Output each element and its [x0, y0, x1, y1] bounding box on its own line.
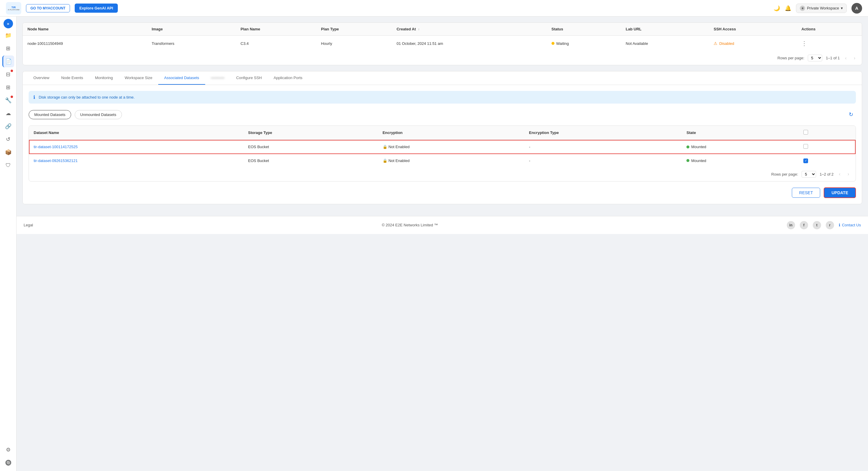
go-to-myaccount-button[interactable]: GO TO MYACCOUNT: [26, 4, 70, 12]
col-ssh-access: SSH Access: [709, 23, 797, 36]
dataset-table-pagination: Rows per page: 5 10 1–2 of 2 ‹ ›: [29, 167, 856, 181]
tab-workspace-size[interactable]: Workspace Size: [119, 71, 158, 85]
footer-legal[interactable]: Legal: [24, 223, 33, 227]
dataset-checkbox-1[interactable]: [803, 144, 808, 149]
dataset-row-2: tir-dataset-092615362121 EOS Bucket 🔒Not…: [29, 154, 856, 167]
col-storage-type: Storage Type: [243, 126, 378, 140]
lock-icon-1: 🔒: [383, 145, 388, 149]
unmounted-datasets-filter[interactable]: Unmounted Datasets: [75, 110, 122, 119]
dataset-table: Dataset Name Storage Type Encryption Enc…: [29, 126, 856, 167]
sidebar-item-cloud[interactable]: ☁: [2, 107, 14, 119]
logo-area: TIR AI PLATFORM: [6, 2, 21, 14]
state-dot-1: [686, 146, 689, 149]
workspace-label: Private Workspace: [807, 6, 839, 10]
tab-content-associated-datasets: ℹ Disk storage can only be attached to o…: [23, 85, 862, 204]
node-name-cell: node-100111504949: [23, 36, 147, 51]
sidebar-item-refresh[interactable]: ↺: [2, 133, 14, 145]
tab-monitoring[interactable]: Monitoring: [89, 71, 119, 85]
image-cell: Transformers: [147, 36, 236, 51]
tab-associated-datasets[interactable]: Associated Datasets: [158, 71, 205, 85]
state-cell-1: Mounted: [682, 140, 799, 154]
table-row: node-100111504949 Transformers C3.4 Hour…: [23, 36, 862, 51]
chevron-down-icon: ▾: [841, 6, 843, 10]
row-actions-button[interactable]: ⋮: [801, 40, 807, 47]
plan-type-cell: Hourly: [316, 36, 392, 51]
sidebar-bottom: ⚙ 🔘: [2, 444, 14, 469]
dataset-row-1: tir-dataset-100114172525 EOS Bucket 🔒Not…: [29, 140, 856, 154]
sidebar-item-registry[interactable]: 🔧: [2, 94, 14, 106]
sidebar-item-settings[interactable]: ⚙: [2, 444, 14, 456]
storage-type-cell-1: EOS Bucket: [243, 140, 378, 154]
dataset-prev-page-button[interactable]: ‹: [837, 171, 842, 177]
sidebar-item-network[interactable]: 🔗: [2, 120, 14, 132]
twitter-icon[interactable]: t: [813, 221, 821, 229]
footer-copyright: © 2024 E2E Networks Limited ™: [382, 223, 438, 227]
state-cell-2: Mounted: [682, 154, 799, 167]
top-navigation: TIR AI PLATFORM GO TO MYACCOUNT Explore …: [0, 0, 868, 17]
encryption-cell-2: 🔒Not Enabled: [378, 154, 524, 167]
col-lab-url: Lab URL: [621, 23, 709, 36]
sidebar-item-grid[interactable]: ⊟: [2, 68, 14, 80]
checkbox-cell-2[interactable]: ✓: [799, 154, 856, 167]
rows-per-page-select[interactable]: 5 10 25: [808, 55, 822, 61]
status-text: Waiting: [556, 41, 569, 46]
dataset-checkbox-2[interactable]: ✓: [803, 158, 808, 163]
dark-mode-toggle[interactable]: 🌙: [774, 5, 780, 11]
sidebar-badge-registry: [11, 96, 13, 98]
col-state: State: [682, 126, 799, 140]
sidebar-item-help[interactable]: 🔘: [2, 457, 14, 469]
user-avatar-button[interactable]: A: [851, 3, 862, 13]
prev-page-button[interactable]: ‹: [843, 55, 848, 61]
lock-icon-2: 🔒: [383, 158, 388, 163]
sidebar-toggle-button[interactable]: »: [4, 19, 13, 28]
sidebar-item-files[interactable]: 📁: [2, 30, 14, 41]
dataset-pagination-info: 1–2 of 2: [819, 172, 833, 177]
sidebar-item-dashboard[interactable]: ⊞: [2, 42, 14, 54]
dataset-link-1[interactable]: tir-dataset-100114172525: [34, 145, 78, 149]
mounted-datasets-filter[interactable]: Mounted Datasets: [29, 110, 71, 119]
facebook-icon[interactable]: f: [800, 221, 808, 229]
update-button[interactable]: UPDATE: [824, 187, 856, 198]
state-text-2: Mounted: [691, 158, 706, 163]
dataset-rows-per-page-select[interactable]: 5 10: [802, 171, 816, 178]
sidebar-item-security[interactable]: 🛡: [2, 159, 14, 171]
rss-icon[interactable]: r: [826, 221, 834, 229]
sidebar-badge: [11, 70, 13, 72]
dataset-link-2[interactable]: tir-dataset-092615362121: [34, 158, 78, 163]
reset-button[interactable]: RESET: [792, 188, 820, 198]
status-cell: Waiting: [547, 36, 621, 51]
col-image: Image: [147, 23, 236, 36]
sidebar-item-container[interactable]: 📦: [2, 146, 14, 158]
created-at-cell: 01 October, 2024 11:51 am: [392, 36, 547, 51]
col-created-at[interactable]: Created At ↑: [392, 23, 547, 36]
select-all-checkbox[interactable]: [803, 130, 808, 134]
refresh-button[interactable]: ↻: [846, 109, 856, 120]
state-dot-2: [686, 159, 689, 162]
node-table-pagination: Rows per page: 5 10 25 1–1 of 1 ‹ ›: [23, 51, 862, 65]
workspace-selector[interactable]: 🖥 Private Workspace ▾: [796, 4, 847, 13]
notifications-button[interactable]: 🔔: [785, 5, 791, 11]
contact-us-link[interactable]: ℹ Contact Us: [839, 223, 861, 227]
dataset-name-cell-1: tir-dataset-100114172525: [29, 140, 243, 154]
tab-application-ports[interactable]: Application Ports: [268, 71, 309, 85]
sidebar-item-table[interactable]: ⊞: [2, 82, 14, 93]
tab-overview[interactable]: Overview: [27, 71, 55, 85]
state-text-1: Mounted: [691, 145, 706, 149]
linkedin-icon[interactable]: in: [787, 221, 795, 229]
col-node-name: Node Name: [23, 23, 147, 36]
pagination-info: 1–1 of 1: [826, 56, 840, 60]
next-page-button[interactable]: ›: [852, 55, 857, 61]
dataset-next-page-button[interactable]: ›: [846, 171, 851, 177]
sidebar-item-nodes[interactable]: 📄: [2, 56, 14, 67]
info-banner-text: Disk storage can only be attached to one…: [39, 95, 135, 99]
info-icon: ℹ: [33, 94, 35, 100]
sidebar: » 📁 ⊞ 📄 ⊟ ⊞ 🔧 ☁ 🔗 ↺ 📦 🛡 ⚙ 🔘: [0, 17, 17, 471]
tab-node-events[interactable]: Node Events: [55, 71, 89, 85]
checkbox-cell-1[interactable]: [799, 140, 856, 154]
col-status: Status: [547, 23, 621, 36]
workspace-icon: 🖥: [800, 6, 805, 11]
sort-icon: ↑: [418, 27, 420, 31]
tab-configure-ssh[interactable]: Configure SSH: [230, 71, 268, 85]
node-table-card: Node Name Image Plan Name Plan Type Crea…: [23, 23, 862, 65]
explore-genai-button[interactable]: Explore GenAI API: [75, 4, 118, 13]
